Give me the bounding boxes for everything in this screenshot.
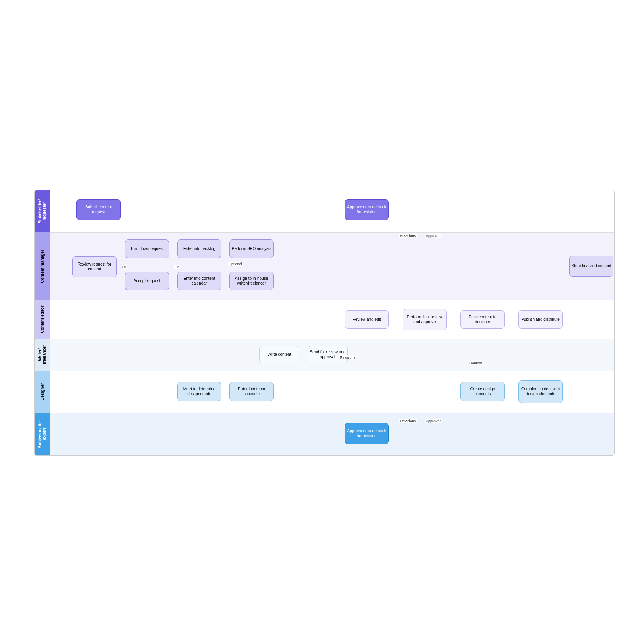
node-review[interactable]: Review request for content xyxy=(72,256,117,277)
edge-label-2: Optional xyxy=(228,262,243,266)
node-publish[interactable]: Publish and distribute xyxy=(518,310,563,329)
node-accept[interactable]: Accept request xyxy=(125,272,169,290)
edge-label-7: Approved xyxy=(425,419,442,423)
lane-body-sme xyxy=(50,413,614,456)
node-teamsched[interactable]: Enter into team schedule xyxy=(229,382,274,401)
node-createdes[interactable]: Create design elements xyxy=(460,382,505,401)
lane-header-manager: Content manager xyxy=(35,232,50,300)
node-write[interactable]: Write content xyxy=(259,346,299,363)
lane-header-designer: Designer xyxy=(35,371,50,413)
node-sendrev[interactable]: Send for review and approval xyxy=(308,346,348,363)
node-meet[interactable]: Meet to determine design needs xyxy=(177,382,221,401)
node-submit[interactable]: Submit content request xyxy=(76,199,121,220)
edge-label-4: Revisions xyxy=(399,234,417,238)
lane-header-writer: Writer/freelancer xyxy=(35,339,50,371)
node-passdes[interactable]: Pass content to designer xyxy=(460,310,505,329)
node-assign[interactable]: Assign to in-house writer/freelancer xyxy=(229,272,274,290)
lane-header-editor: Content editor xyxy=(35,300,50,339)
node-stk-approve[interactable]: Approve or send back for revision xyxy=(345,199,389,220)
edge-label-6: Revisions xyxy=(399,419,417,423)
node-revedit[interactable]: Review and edit xyxy=(345,310,389,329)
edge-label-5: Approved xyxy=(425,234,442,238)
node-finalrev[interactable]: Perform final review and approve xyxy=(402,309,447,330)
node-sme-approve[interactable]: Approve or send back for revision xyxy=(345,423,389,444)
node-store[interactable]: Store finalized content xyxy=(569,256,613,277)
node-calendar[interactable]: Enter into content calendar xyxy=(177,272,221,290)
node-turndown[interactable]: Turn down request xyxy=(125,239,169,258)
edge-label-8: Content xyxy=(469,361,483,365)
lane-body-stakeholder xyxy=(50,190,614,232)
node-seo[interactable]: Perform SEO analysis xyxy=(229,239,274,258)
edge-label-0: Or xyxy=(122,265,127,269)
lane-header-stakeholder: Stakeholder/requester xyxy=(35,190,50,232)
node-backlog[interactable]: Enter into backlog xyxy=(177,239,221,258)
edge-label-1: Or xyxy=(174,265,180,269)
node-combine[interactable]: Combine content with design elements xyxy=(518,380,563,403)
edge-label-3: Revisions xyxy=(339,355,356,359)
lane-header-sme: Subject matterexpert xyxy=(35,413,50,455)
